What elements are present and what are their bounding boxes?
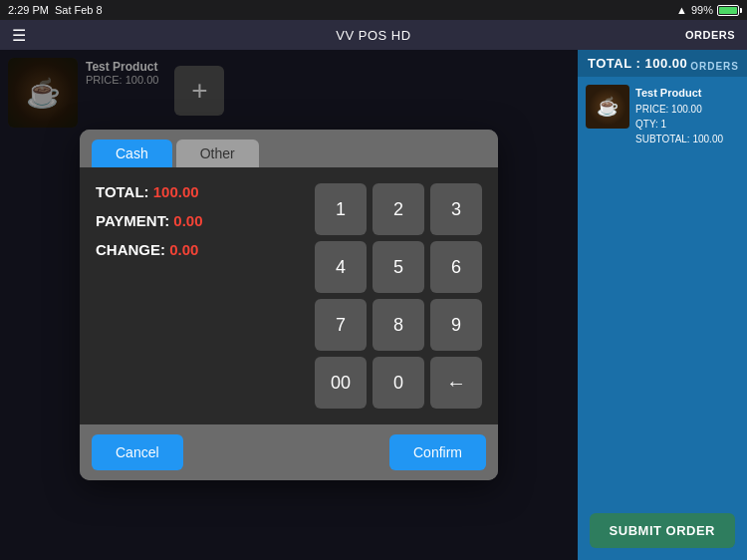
wifi-icon: ▲: [676, 4, 687, 16]
modal-overlay: Cash Other TOTAL: 100.00 PAYMENT: 0.00: [0, 50, 578, 560]
tab-other[interactable]: Other: [176, 140, 259, 167]
change-label: CHANGE:: [96, 241, 165, 258]
numpad: 1 2 3 4 5 6 7 8 9 00 0 ←: [315, 183, 482, 409]
right-order-item: ☕ Test Product PRICE: 100.00 QTY: 1 SUBT…: [578, 77, 747, 154]
change-row: CHANGE: 0.00: [96, 241, 299, 258]
submit-order-button[interactable]: SUBMIT ORDER: [590, 513, 735, 548]
payment-row: PAYMENT: 0.00: [96, 212, 299, 229]
info-panel: TOTAL: 100.00 PAYMENT: 0.00 CHANGE: 0.00: [96, 183, 299, 409]
num-00[interactable]: 00: [315, 357, 367, 409]
payment-value: 0.00: [173, 212, 202, 229]
num-2[interactable]: 2: [373, 183, 424, 235]
backspace-button[interactable]: ←: [430, 357, 482, 409]
cancel-button[interactable]: Cancel: [92, 434, 183, 470]
battery-icon: [717, 5, 739, 16]
main-area: Test Product PRICE: 100.00 + Cash Other: [0, 50, 747, 560]
num-7[interactable]: 7: [315, 299, 367, 351]
payment-modal: Cash Other TOTAL: 100.00 PAYMENT: 0.00: [80, 130, 498, 480]
right-product-qty: QTY: 1: [635, 117, 723, 132]
app-title: VV POS HD: [336, 28, 410, 43]
num-0[interactable]: 0: [373, 357, 424, 409]
time-label: 2:29 PM: [8, 4, 49, 16]
payment-label: PAYMENT:: [96, 212, 169, 229]
right-product-subtotal: SUBTOTAL: 100.00: [635, 132, 723, 146]
right-product-thumb: ☕: [586, 85, 629, 129]
right-product-price: PRICE: 100.00: [635, 102, 723, 117]
orders-section-label: ORDERS: [690, 61, 739, 72]
total-row: TOTAL: 100.00: [96, 183, 299, 200]
date-label: Sat Feb 8: [55, 4, 103, 16]
total-label: TOTAL:: [96, 183, 149, 200]
right-product-name: Test Product: [635, 85, 723, 102]
num-1[interactable]: 1: [315, 183, 367, 235]
total-value: 100.00: [153, 183, 199, 200]
change-value: 0.00: [169, 241, 198, 258]
right-panel: TOTAL : 100.00 ORDERS ☕ Test Product PRI…: [578, 50, 747, 560]
payment-body: TOTAL: 100.00 PAYMENT: 0.00 CHANGE: 0.00: [80, 167, 498, 424]
num-6[interactable]: 6: [430, 241, 482, 293]
payment-tabs: Cash Other: [80, 130, 498, 167]
battery-percent: 99%: [691, 4, 713, 16]
num-3[interactable]: 3: [430, 183, 482, 235]
right-item-info: Test Product PRICE: 100.00 QTY: 1 SUBTOT…: [635, 85, 723, 146]
num-9[interactable]: 9: [430, 299, 482, 351]
right-total-label: TOTAL : 100.00: [588, 56, 687, 71]
tab-cash[interactable]: Cash: [92, 140, 172, 167]
menu-icon[interactable]: ☰: [12, 26, 26, 45]
num-5[interactable]: 5: [373, 241, 424, 293]
top-nav: ☰ VV POS HD ORDERS: [0, 20, 747, 50]
action-bar: Cancel Confirm: [80, 424, 498, 480]
orders-nav-label[interactable]: ORDERS: [685, 29, 735, 41]
confirm-button[interactable]: Confirm: [389, 434, 486, 470]
status-bar: 2:29 PM Sat Feb 8 ▲ 99%: [0, 0, 747, 20]
num-4[interactable]: 4: [315, 241, 367, 293]
left-panel: Test Product PRICE: 100.00 + Cash Other: [0, 50, 578, 560]
num-8[interactable]: 8: [373, 299, 424, 351]
